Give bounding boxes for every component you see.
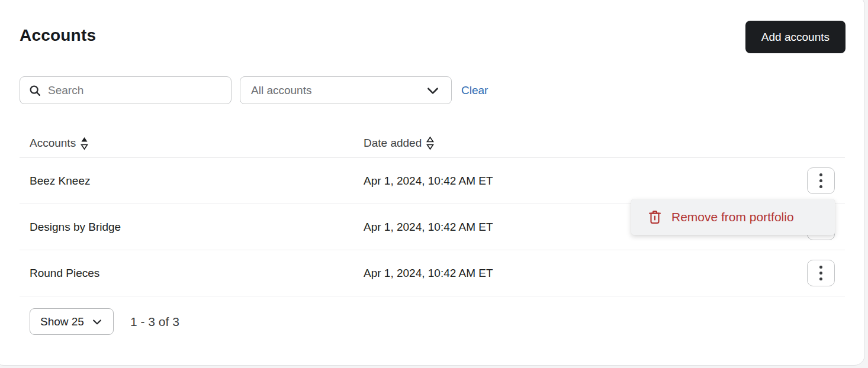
search-box[interactable] [20,76,232,104]
search-icon [28,84,41,97]
column-header-accounts[interactable]: Accounts [20,135,364,151]
row-actions-kebab-button[interactable] [807,167,835,194]
page-size-label: Show 25 [40,315,84,328]
context-menu-item-label: Remove from portfolio [671,210,794,224]
date-added: Apr 1, 2024, 10:42 AM ET [364,175,807,188]
account-name: Round Pieces [20,267,364,280]
trash-icon [648,209,662,225]
kebab-icon [819,266,822,269]
kebab-icon [819,173,822,176]
column-header-label: Accounts [30,137,76,150]
page-title: Accounts [20,26,96,45]
pagination-range-label: 1 - 3 of 3 [130,315,179,329]
table-row: Beez Kneez Apr 1, 2024, 10:42 AM ET [20,158,845,204]
chevron-down-icon [91,316,103,328]
column-header-label: Date added [364,137,422,150]
row-actions-kebab-button[interactable] [807,260,835,286]
accounts-page: Accounts Add accounts All accounts Clear [0,0,868,368]
pagination-bar: Show 25 1 - 3 of 3 [30,308,179,335]
account-name: Designs by Bridge [20,221,364,234]
search-input[interactable] [48,84,223,97]
chevron-down-icon [425,83,441,98]
table-row: Round Pieces Apr 1, 2024, 10:42 AM ET [20,250,845,296]
add-accounts-button[interactable]: Add accounts [745,21,846,53]
row-context-menu-item-remove-from-portfolio[interactable]: Remove from portfolio [631,199,835,235]
account-name: Beez Kneez [20,175,364,188]
table-header-row: Accounts Date added [20,129,845,158]
sort-ascending-icon[interactable] [81,135,88,151]
page-size-select[interactable]: Show 25 [30,308,114,335]
clear-filters-link[interactable]: Clear [461,84,488,97]
account-filter-value: All accounts [251,84,311,97]
account-filter-select[interactable]: All accounts [240,76,452,104]
sort-unsorted-icon[interactable] [426,135,434,151]
date-added: Apr 1, 2024, 10:42 AM ET [364,267,807,280]
column-header-date-added[interactable]: Date added [364,135,807,151]
filter-bar: All accounts Clear [20,76,488,104]
